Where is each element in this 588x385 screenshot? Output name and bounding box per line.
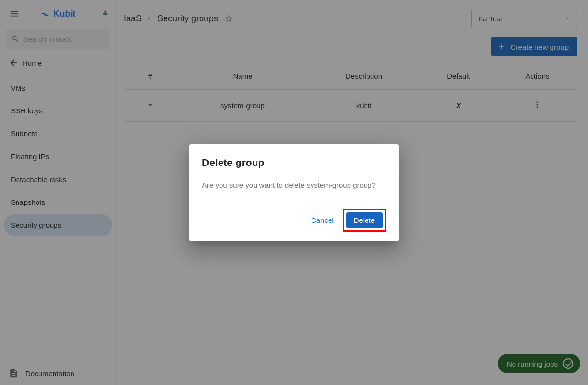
modal-scrim[interactable]: Delete group Are you sure you want to de…	[0, 0, 588, 385]
dialog-title: Delete group	[202, 157, 386, 168]
delete-button-highlight: Delete	[343, 209, 386, 232]
app-root: Kubit Home VMs SSH keys Subnets Floating…	[0, 0, 588, 385]
cancel-button[interactable]: Cancel	[306, 212, 339, 228]
dialog-body: Are you sure you want to delete system-g…	[202, 180, 386, 190]
delete-button[interactable]: Delete	[346, 212, 383, 228]
dialog-actions: Cancel Delete	[202, 209, 386, 232]
delete-dialog: Delete group Are you sure you want to de…	[189, 144, 399, 241]
